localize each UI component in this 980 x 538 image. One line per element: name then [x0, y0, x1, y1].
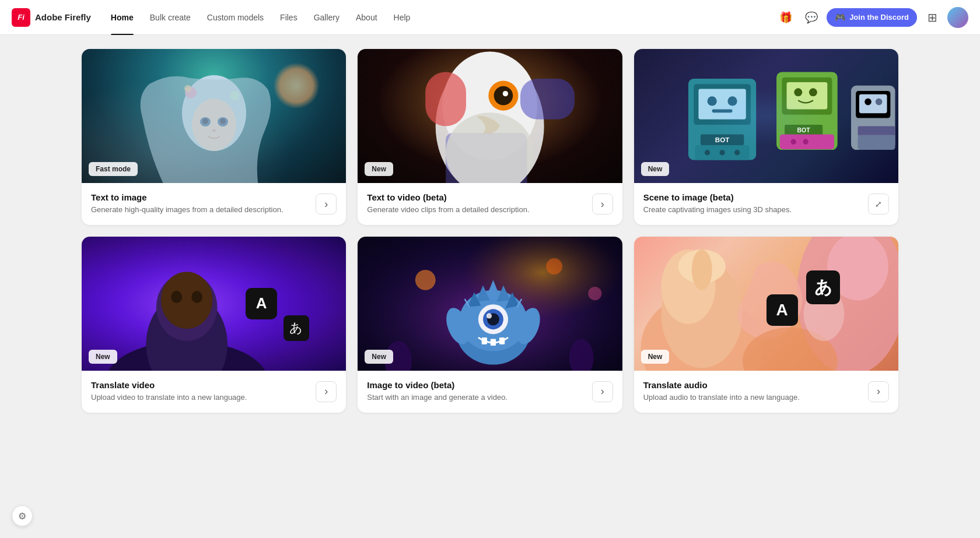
gift-button[interactable]: 🎁	[775, 7, 796, 28]
svg-point-28	[705, 150, 710, 155]
svg-point-60	[546, 258, 562, 275]
card-desc: Upload audio to translate into a new lan…	[643, 392, 861, 403]
card-badge-text-to-video: New	[365, 162, 393, 176]
card-title: Image to video (beta)	[367, 380, 584, 390]
card-body-text-to-video: Text to video (beta) Generate video clip…	[358, 183, 622, 225]
main-content: Fast mode Text to image Generate high-qu…	[0, 35, 980, 538]
svg-rect-73	[482, 337, 487, 344]
nav-links: Home Bulk create Custom models Files Gal…	[103, 0, 775, 34]
svg-point-30	[734, 150, 740, 155]
card-title: Text to image	[91, 192, 309, 202]
card-title: Translate video	[91, 380, 309, 390]
nav-link-files[interactable]: Files	[272, 0, 306, 35]
card-text-to-image: Fast mode Text to image Generate high-qu…	[82, 49, 346, 225]
discord-icon: 🎮	[835, 12, 846, 23]
avatar[interactable]	[947, 7, 968, 28]
card-arrow-text-to-video[interactable]: ›	[592, 194, 613, 215]
nav-right: 🎁 💬 🎮 Join the Discord ⊞	[775, 7, 968, 28]
nav-link-gallery[interactable]: Gallery	[306, 0, 348, 35]
svg-point-61	[589, 287, 602, 300]
card-body-image-to-video: Image to video (beta) Start with an imag…	[358, 371, 622, 413]
svg-point-45	[875, 99, 882, 106]
card-text: Translate video Upload video to translat…	[91, 380, 309, 403]
card-badge-scene-to-image: New	[641, 162, 670, 176]
svg-rect-46	[858, 126, 895, 135]
card-image-translate-audio: あ A New	[634, 237, 898, 371]
logo-icon: Fi	[12, 8, 30, 27]
svg-rect-47	[858, 135, 895, 150]
logo-text: Adobe Firefly	[35, 12, 91, 22]
card-text-to-video: New Text to video (beta) Generate video …	[358, 49, 622, 225]
card-badge-image-to-video: New	[365, 350, 393, 364]
nav-link-custom-models[interactable]: Custom models	[199, 0, 272, 35]
card-desc: Start with an image and generate a video…	[367, 392, 584, 403]
nav-link-home[interactable]: Home	[103, 0, 142, 35]
card-badge-translate-audio: New	[641, 350, 670, 364]
nav-logo[interactable]: Fi Adobe Firefly	[12, 8, 91, 27]
card-badge-translate-video: New	[89, 350, 117, 364]
svg-rect-15	[426, 72, 467, 126]
card-text: Scene to image (beta) Create captivating…	[643, 192, 861, 216]
card-text: Text to image Generate high-quality imag…	[91, 192, 309, 216]
svg-rect-16	[520, 79, 575, 119]
svg-point-53	[171, 291, 182, 303]
card-text: Image to video (beta) Start with an imag…	[367, 380, 584, 403]
card-body-translate-audio: Translate audio Upload audio to translat…	[634, 371, 898, 413]
discord-join-button[interactable]: 🎮 Join the Discord	[827, 8, 917, 27]
card-image-text-to-image: Fast mode	[82, 49, 346, 183]
nav-link-about[interactable]: About	[348, 0, 386, 35]
card-image-to-video: New Image to video (beta) Start with an …	[358, 237, 622, 413]
card-body-text-to-image: Text to image Generate high-quality imag…	[82, 183, 346, 225]
card-arrow-text-to-image[interactable]: ›	[316, 194, 337, 215]
svg-point-72	[487, 313, 492, 318]
svg-rect-75	[499, 337, 505, 344]
card-desc: Upload video to translate into a new lan…	[91, 392, 309, 403]
card-text: Translate audio Upload audio to translat…	[643, 380, 861, 403]
chat-button[interactable]: 💬	[801, 7, 822, 28]
card-arrow-translate-audio[interactable]: ›	[868, 381, 889, 402]
card-translate-video: A あ New Translate video Upload video to …	[82, 237, 346, 413]
card-translate-audio: あ A New Translate audio Upload audio to …	[634, 237, 898, 413]
card-arrow-translate-video[interactable]: ›	[316, 381, 337, 402]
card-arrow-image-to-video[interactable]: ›	[592, 381, 613, 402]
card-desc: Generate high-quality images from a deta…	[91, 205, 309, 216]
svg-point-84	[691, 249, 712, 290]
card-desc: Generate video clips from a detailed des…	[367, 205, 584, 216]
card-arrow-scene-to-image[interactable]: ⤢	[868, 194, 889, 215]
card-body-translate-video: Translate video Upload video to translat…	[82, 371, 346, 413]
svg-point-52	[161, 272, 212, 329]
svg-point-44	[864, 99, 872, 106]
nav-link-help[interactable]: Help	[386, 0, 419, 35]
card-title: Scene to image (beta)	[643, 192, 861, 202]
card-image-image-to-video: New	[358, 237, 622, 371]
svg-rect-43	[859, 94, 887, 114]
card-title: Text to video (beta)	[367, 192, 584, 202]
card-image-translate-video: A あ New	[82, 237, 346, 371]
cards-grid: Fast mode Text to image Generate high-qu…	[82, 49, 898, 413]
card-scene-to-image: BOT	[634, 49, 898, 225]
card-badge-fast-mode: Fast mode	[89, 162, 138, 176]
settings-button[interactable]: ⚙	[12, 505, 33, 526]
svg-rect-74	[491, 339, 496, 346]
gear-icon: ⚙	[18, 511, 26, 522]
card-title: Translate audio	[643, 380, 861, 390]
card-desc: Create captivating images using 3D shape…	[643, 205, 861, 216]
card-body-scene-to-image: Scene to image (beta) Create captivating…	[634, 183, 898, 225]
card-image-scene-to-image: BOT	[634, 49, 898, 183]
svg-point-29	[719, 150, 724, 155]
svg-point-54	[191, 291, 202, 303]
card-image-text-to-video: New	[358, 49, 622, 183]
svg-point-59	[415, 270, 436, 290]
apps-grid-button[interactable]: ⊞	[922, 7, 943, 28]
card-text: Text to video (beta) Generate video clip…	[367, 192, 584, 216]
svg-point-13	[494, 86, 513, 106]
svg-point-14	[503, 91, 508, 96]
nav-link-bulk-create[interactable]: Bulk create	[142, 0, 199, 35]
